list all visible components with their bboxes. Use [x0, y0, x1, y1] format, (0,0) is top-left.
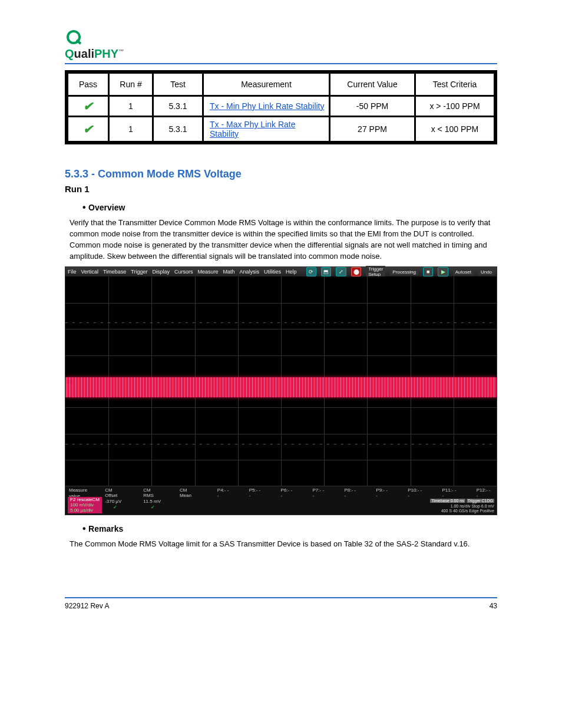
- col-measurement: Measurement: [203, 73, 330, 96]
- pass-check-icon: ✔: [83, 100, 93, 113]
- run-label: Run 1: [65, 184, 497, 194]
- overview-text: Verify that the Transmitter Device Commo…: [70, 218, 497, 262]
- record-stop-icon[interactable]: ■: [423, 267, 433, 276]
- autoset-button[interactable]: Autoset: [453, 269, 474, 275]
- measurement-readout: Measure value status CM Offset -370 µV ✔…: [65, 486, 497, 515]
- col-value: Current Value: [330, 73, 415, 96]
- param-name: P12:- - -: [477, 487, 493, 498]
- remarks-heading: Remarks: [82, 523, 497, 534]
- param-name: CM RMS: [143, 487, 162, 498]
- menu-timebase[interactable]: Timebase: [103, 269, 126, 275]
- table-row: ✔ 1 5.3.1 Tx - Max Phy Link Rate Stabili…: [68, 117, 495, 142]
- waveform-trace: [65, 377, 497, 397]
- play-icon[interactable]: ▶: [438, 267, 448, 276]
- channel-label: F2: [67, 379, 73, 385]
- param-name: CM Mean: [180, 487, 200, 498]
- results-table: Pass Run # Test Measurement Current Valu…: [65, 70, 497, 144]
- meas-row-label: Measure: [69, 487, 87, 493]
- measurement-link[interactable]: Tx - Max Phy Link Rate Stability: [210, 120, 296, 139]
- param-name: P4:- - -: [217, 487, 232, 498]
- param-name: P8:- - -: [344, 487, 358, 498]
- status-check-icon: ✔: [143, 505, 162, 510]
- pass-check-icon: ✔: [83, 123, 93, 136]
- menu-help[interactable]: Help: [286, 269, 297, 275]
- section-title: 5.3.3 - Common Mode RMS Voltage: [65, 168, 497, 180]
- menu-cursors[interactable]: Cursors: [174, 269, 193, 275]
- col-pass: Pass: [68, 73, 109, 96]
- remarks-text: The Common Mode RMS Voltage limit for a …: [70, 539, 497, 550]
- menu-file[interactable]: File: [68, 269, 77, 275]
- toolbar-icon[interactable]: ⬒: [321, 267, 331, 276]
- brand-name: QQualiPHYualiPHY™: [65, 47, 124, 61]
- param-name: P5:- - -: [249, 487, 263, 498]
- measurement-link[interactable]: Tx - Min Phy Link Rate Stability: [210, 101, 325, 111]
- waveform-display[interactable]: F2: [65, 276, 497, 486]
- param-name: CM Offset: [105, 487, 125, 498]
- footer-page-number: 43: [490, 602, 497, 610]
- oscilloscope-panel: File Vertical Timebase Trigger Display C…: [65, 266, 497, 515]
- stop-icon[interactable]: ⬤: [351, 267, 361, 276]
- param-name: P11:- - -: [442, 487, 458, 498]
- run-cell: 1: [109, 96, 153, 117]
- criteria-cell: x < 100 PPM: [415, 117, 495, 142]
- page-footer: 922912 Rev A 43: [65, 597, 497, 610]
- toolbar-icon[interactable]: ⤢: [336, 267, 346, 276]
- col-criteria: Test Criteria: [415, 73, 495, 96]
- scope-menubar: File Vertical Timebase Trigger Display C…: [65, 267, 497, 276]
- criteria-cell: x > -100 PPM: [415, 96, 495, 117]
- menu-analysis[interactable]: Analysis: [239, 269, 259, 275]
- menu-trigger[interactable]: Trigger: [131, 269, 147, 275]
- timebase-info: Timebase 0.00 ns Trigger C1DG 1.00 ns/di…: [430, 499, 494, 513]
- trigger-setup-button[interactable]: TriggerSetup: [366, 266, 385, 278]
- param-name: P10:- - -: [408, 487, 424, 498]
- footer-revision: 922912 Rev A: [65, 602, 109, 610]
- menu-vertical[interactable]: Vertical: [81, 269, 99, 275]
- param-name: P6:- - -: [281, 487, 295, 498]
- menu-display[interactable]: Display: [152, 269, 170, 275]
- col-test: Test: [153, 73, 203, 96]
- value-cell: -50 PPM: [330, 96, 415, 117]
- header-divider: [65, 63, 497, 64]
- param-name: P9:- - -: [376, 487, 390, 498]
- run-cell: 1: [109, 117, 153, 142]
- col-run: Run #: [109, 73, 153, 96]
- status-check-icon: ✔: [105, 505, 125, 510]
- overview-heading: Overview: [82, 202, 497, 213]
- value-cell: 27 PPM: [330, 117, 415, 142]
- menu-measure[interactable]: Measure: [197, 269, 218, 275]
- channel-chip[interactable]: F2 rescaleCM 100 mV/div 5.00 µs/div: [68, 497, 102, 513]
- menu-utilities[interactable]: Utilities: [264, 269, 281, 275]
- param-value: 11.5 mV: [143, 499, 162, 504]
- test-cell: 5.3.1: [153, 96, 203, 117]
- processing-button[interactable]: Processing: [390, 269, 418, 275]
- undo-button[interactable]: Undo: [478, 269, 494, 275]
- table-row: ✔ 1 5.3.1 Tx - Min Phy Link Rate Stabili…: [68, 96, 495, 117]
- brand-logo: QQualiPHYualiPHY™: [65, 29, 533, 61]
- test-cell: 5.3.1: [153, 117, 203, 142]
- param-value: -370 µV: [105, 499, 125, 504]
- param-name: P7:- - -: [313, 487, 327, 498]
- menu-math[interactable]: Math: [223, 269, 234, 275]
- toolbar-icon[interactable]: ⟳: [306, 267, 316, 276]
- qualiphy-logo-icon: [65, 29, 82, 47]
